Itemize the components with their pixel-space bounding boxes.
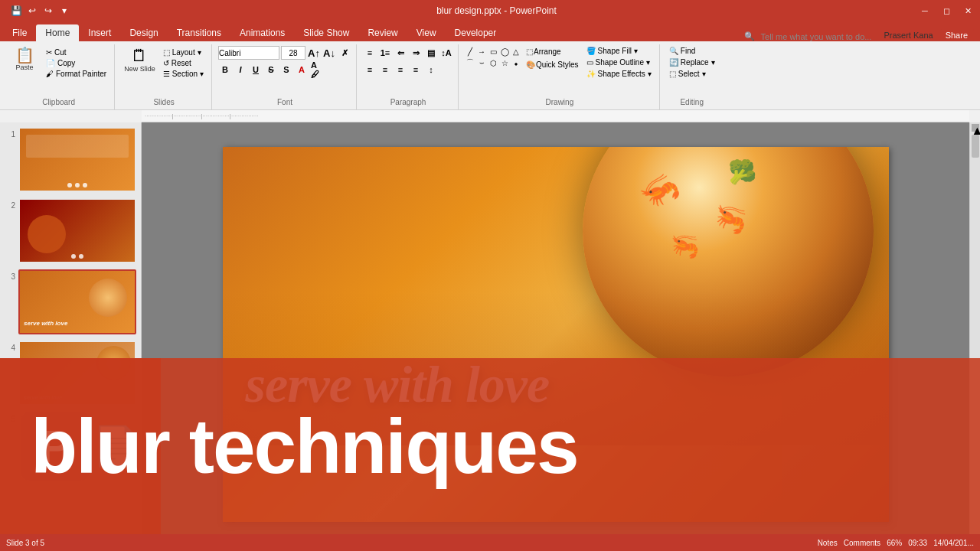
increase-font-button[interactable]: A↑ bbox=[307, 46, 321, 60]
columns-button[interactable]: ▤ bbox=[424, 46, 438, 60]
strikethrough-button[interactable]: S bbox=[264, 63, 278, 77]
tab-review[interactable]: Review bbox=[358, 24, 407, 41]
reset-button[interactable]: ↺ Reset bbox=[160, 58, 207, 68]
slide-image-2[interactable] bbox=[18, 198, 136, 263]
numbering-button[interactable]: 1≡ bbox=[378, 46, 392, 60]
tab-animations[interactable]: Animations bbox=[230, 24, 294, 41]
slide-canvas[interactable]: 🦐 🦐 🥦 🦐 serve with love bbox=[223, 147, 889, 522]
scroll-thumb[interactable] bbox=[972, 135, 979, 158]
justify-button[interactable]: ≡ bbox=[409, 63, 423, 77]
align-left-button[interactable]: ≡ bbox=[363, 63, 377, 77]
layout-button[interactable]: ⬚ Layout ▾ bbox=[160, 47, 207, 57]
shape-effects-button[interactable]: ✨ Shape Effects ▾ bbox=[583, 69, 655, 79]
broccoli-icon: 🥦 bbox=[728, 158, 756, 185]
align-center-button[interactable]: ≡ bbox=[378, 63, 392, 77]
shadow-button[interactable]: S bbox=[279, 63, 293, 77]
highlight-button[interactable]: A🖊 bbox=[310, 63, 324, 77]
shape-rect[interactable]: ▭ bbox=[488, 46, 498, 57]
paste-button[interactable]: 📋 Paste bbox=[8, 46, 41, 73]
tab-file[interactable]: File bbox=[3, 24, 36, 41]
select-button[interactable]: ⬚ Select ▾ bbox=[666, 69, 709, 79]
horizontal-ruler: ················|················|······… bbox=[142, 110, 969, 122]
zoom-level: 66% bbox=[887, 539, 902, 547]
slide-image-3[interactable]: serve with love bbox=[18, 269, 136, 334]
tell-me-box[interactable]: Tell me what you want to do... bbox=[761, 32, 872, 41]
vertical-scrollbar[interactable]: ▲ ▼ bbox=[969, 122, 980, 546]
shape-triangle[interactable]: △ bbox=[511, 46, 521, 57]
comments-button[interactable]: Comments bbox=[844, 539, 880, 547]
line-spacing-button[interactable]: ↕ bbox=[424, 63, 438, 77]
tab-slideshow[interactable]: Slide Show bbox=[294, 24, 358, 41]
editing-label: Editing bbox=[662, 98, 723, 106]
shape-3[interactable]: ⌣ bbox=[476, 57, 487, 68]
decrease-indent-button[interactable]: ⇐ bbox=[394, 46, 407, 60]
paragraph-group: ≡ 1≡ ⇐ ⇒ ▤ ↕A ≡ ≡ ≡ ≡ ↕ Paragraph bbox=[358, 44, 459, 109]
format-painter-button[interactable]: 🖌 Format Painter bbox=[43, 69, 109, 79]
font-size-input[interactable] bbox=[281, 46, 305, 60]
arrange-button[interactable]: ⬚ Arrange bbox=[523, 46, 582, 57]
shape-6[interactable]: ⬥ bbox=[511, 57, 521, 68]
replace-button[interactable]: 🔄 Replace ▾ bbox=[666, 57, 718, 67]
tab-insert[interactable]: Insert bbox=[79, 24, 120, 41]
shape-outline-button[interactable]: ▭ Shape Outline ▾ bbox=[583, 57, 655, 67]
slide-thumb-3[interactable]: 3 serve with love bbox=[3, 268, 138, 336]
shrimp-icon: 🦐 bbox=[634, 166, 685, 217]
bold-button[interactable]: B bbox=[218, 63, 232, 77]
copy-button[interactable]: 📄 Copy bbox=[43, 58, 109, 68]
restore-button[interactable]: ◻ bbox=[940, 5, 952, 17]
shrimp-icon-3: 🦐 bbox=[668, 229, 703, 262]
font-color-button[interactable]: A bbox=[295, 63, 309, 77]
shape-arrow[interactable]: → bbox=[476, 46, 487, 57]
increase-indent-button[interactable]: ⇒ bbox=[409, 46, 423, 60]
slide-thumb-2[interactable]: 2 bbox=[3, 197, 138, 265]
decrease-font-button[interactable]: A↓ bbox=[322, 46, 336, 60]
tab-transitions[interactable]: Transitions bbox=[168, 24, 230, 41]
date-display: 14/04/201... bbox=[933, 539, 974, 547]
bullets-button[interactable]: ≡ bbox=[363, 46, 377, 60]
slide-thumb-4[interactable]: 4 serve with love bbox=[3, 339, 138, 407]
shape-fill-button[interactable]: 🪣 Shape Fill ▾ bbox=[583, 46, 655, 56]
clear-format-button[interactable]: ✗ bbox=[338, 46, 351, 60]
italic-button[interactable]: I bbox=[234, 63, 247, 77]
new-slide-button[interactable]: 🗒 New Slide bbox=[121, 46, 158, 74]
ribbon-tabs: File Home Insert Design Transitions Anim… bbox=[0, 21, 980, 41]
text-direction-button[interactable]: ↕A bbox=[439, 46, 453, 60]
slide-image-1[interactable] bbox=[18, 127, 136, 192]
align-right-button[interactable]: ≡ bbox=[394, 63, 407, 77]
slide-thumb-1[interactable]: 1 bbox=[3, 126, 138, 194]
font-name-input[interactable] bbox=[218, 46, 279, 60]
undo-button[interactable]: ↩ bbox=[25, 4, 39, 18]
shape-circle[interactable]: ◯ bbox=[499, 46, 510, 57]
quick-access-toolbar: 💾 ↩ ↪ ▾ bbox=[6, 4, 74, 18]
save-button[interactable]: 💾 bbox=[9, 4, 23, 18]
find-button[interactable]: 🔍 Find bbox=[666, 46, 698, 56]
shape-5[interactable]: ☆ bbox=[499, 57, 510, 68]
share-button[interactable]: Share bbox=[939, 29, 974, 41]
slide-image-5[interactable] bbox=[18, 412, 136, 477]
paste-icon: 📋 bbox=[15, 47, 34, 63]
scroll-up-button[interactable]: ▲ bbox=[972, 124, 979, 132]
shape-4[interactable]: ⬡ bbox=[488, 57, 498, 68]
slide-num-4: 4 bbox=[5, 344, 15, 352]
notes-button[interactable]: Notes bbox=[818, 539, 838, 547]
drawing-group: ╱ → ▭ ◯ △ ⌒ ⌣ ⬡ ☆ ⬥ ⬚ Arrange 🎨 Quick St… bbox=[460, 44, 660, 109]
close-button[interactable]: ✕ bbox=[962, 5, 974, 17]
tab-developer[interactable]: Developer bbox=[446, 24, 506, 41]
shape-2[interactable]: ⌒ bbox=[465, 57, 475, 68]
slides-label: Slides bbox=[116, 98, 211, 106]
slide-image-4[interactable]: serve with love bbox=[18, 341, 136, 406]
cut-button[interactable]: ✂ Cut bbox=[43, 47, 109, 57]
section-button[interactable]: ☰ Section ▾ bbox=[160, 69, 207, 79]
underline-button[interactable]: U bbox=[249, 63, 263, 77]
slide-thumb-5[interactable]: 5 bbox=[3, 410, 138, 478]
customize-qat-button[interactable]: ▾ bbox=[57, 4, 71, 18]
minimize-button[interactable]: ─ bbox=[919, 5, 931, 17]
quick-styles-button[interactable]: 🎨 Quick Styles bbox=[523, 59, 582, 70]
tab-view[interactable]: View bbox=[407, 24, 446, 41]
redo-button[interactable]: ↪ bbox=[41, 4, 55, 18]
shrimp-icon-2: 🦐 bbox=[709, 197, 753, 240]
tab-design[interactable]: Design bbox=[120, 24, 167, 41]
tab-home[interactable]: Home bbox=[36, 24, 79, 41]
shape-line[interactable]: ╱ bbox=[465, 46, 475, 57]
clipboard-label: Clipboard bbox=[3, 98, 114, 106]
